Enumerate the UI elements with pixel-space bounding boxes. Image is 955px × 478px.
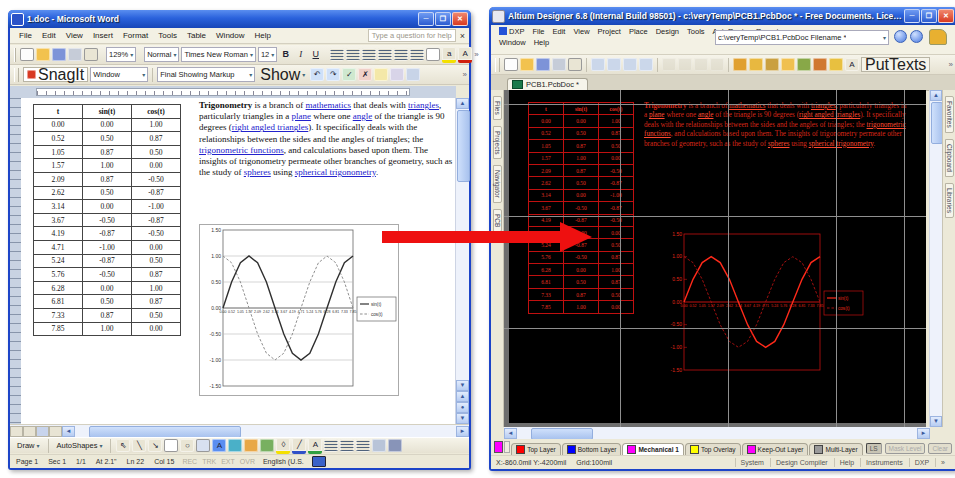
hyperlink[interactable]: spheres: [768, 140, 790, 148]
font-size-combo[interactable]: 12▾: [258, 47, 277, 62]
3d-style-icon[interactable]: [388, 439, 402, 452]
back-icon[interactable]: [894, 30, 907, 43]
menu-tools[interactable]: Tools: [153, 30, 182, 41]
close-document-icon[interactable]: ×: [460, 31, 465, 41]
font-color-icon[interactable]: A: [308, 438, 322, 454]
panel-tab-clipboard[interactable]: Clipboard: [945, 139, 954, 177]
menu-file[interactable]: File: [528, 26, 548, 37]
hyperlink[interactable]: mathematics: [306, 100, 351, 110]
menu-project[interactable]: Project: [594, 26, 625, 37]
word-titlebar[interactable]: 1.doc - Microsoft Word ─ ❐ ✕: [8, 10, 471, 28]
font-color-icon[interactable]: A: [458, 47, 472, 63]
close-button[interactable]: ✕: [938, 9, 954, 23]
place-string-icon[interactable]: A: [845, 58, 859, 71]
menu-help[interactable]: Help: [530, 37, 553, 48]
menu-edit[interactable]: Edit: [37, 30, 61, 41]
shadow-style-icon[interactable]: [372, 439, 386, 452]
save-icon[interactable]: [536, 58, 550, 71]
line-color-icon[interactable]: ╱: [292, 438, 306, 454]
scroll-up-icon[interactable]: ▲: [930, 90, 942, 101]
open-folder-icon[interactable]: [36, 48, 50, 61]
snagit-button[interactable]: SnagIt: [23, 67, 88, 82]
status-button-help[interactable]: Help: [834, 458, 859, 467]
print-icon[interactable]: [552, 58, 566, 71]
hyperlink[interactable]: trigonometric functions: [199, 145, 284, 155]
menu-dxp[interactable]: DXP: [495, 26, 528, 37]
place-polygon-icon[interactable]: [813, 58, 827, 71]
toolbar-overflow-chevron[interactable]: »: [474, 50, 478, 59]
fill-color-icon[interactable]: ◊: [276, 438, 290, 454]
bold-button[interactable]: B: [279, 48, 292, 61]
minimize-button[interactable]: ─: [904, 9, 920, 23]
print-icon[interactable]: [68, 48, 82, 61]
menu-tools[interactable]: Tools: [683, 26, 709, 37]
font-combo[interactable]: Times New Roman▾: [181, 47, 256, 62]
numbered-list-icon[interactable]: [410, 48, 424, 61]
select-objects-icon[interactable]: ⇖: [116, 439, 130, 452]
panel-tab-navigator[interactable]: Navigator: [493, 165, 502, 203]
hyperlink[interactable]: right angled triangles: [232, 122, 308, 132]
clear-button[interactable]: Clear: [928, 443, 952, 454]
dxp-customize-icon[interactable]: [929, 29, 947, 45]
status-button-instruments[interactable]: Instruments: [860, 458, 908, 467]
mask-level-button[interactable]: Mask Level: [885, 443, 926, 454]
forward-icon[interactable]: [910, 30, 923, 43]
scroll-down-icon[interactable]: ▼: [930, 416, 942, 427]
menu-design[interactable]: Design: [652, 26, 683, 37]
panel-tab-files[interactable]: Files: [493, 96, 502, 120]
place-via-icon[interactable]: [765, 58, 779, 71]
pcb-canvas[interactable]: tsin(t)cos(t)0.000.001.000.520.500.871.0…: [504, 90, 926, 427]
status-toggle-rec[interactable]: REC: [182, 458, 197, 465]
draw-menu-button[interactable]: Draw▾: [14, 439, 43, 452]
scroll-left-icon[interactable]: ◄: [62, 426, 75, 437]
hyperlink[interactable]: triangles: [408, 100, 439, 110]
text-box-icon[interactable]: [196, 439, 210, 452]
ls-button[interactable]: LS: [866, 443, 882, 454]
layer-tab-top-overlay[interactable]: Top Overlay: [685, 443, 741, 455]
print-layout-view-button[interactable]: [36, 426, 49, 437]
word-chart[interactable]: 1.501.000.500.00-0.50-1.00-1.500.000.521…: [199, 224, 399, 396]
menu-file[interactable]: File: [14, 30, 37, 41]
status-toggle-trk[interactable]: TRK: [202, 458, 216, 465]
layer-color-button[interactable]: [504, 441, 510, 453]
fit-board-icon[interactable]: [607, 58, 621, 71]
diagram-icon[interactable]: [228, 439, 242, 452]
menu-place[interactable]: Place: [625, 26, 652, 37]
filter-icon[interactable]: [623, 58, 637, 71]
undo-icon[interactable]: [710, 58, 724, 71]
maximize-button[interactable]: ❐: [921, 9, 937, 23]
toolbar-overflow-chevron[interactable]: »: [949, 60, 953, 69]
reviewing-pane-icon[interactable]: [406, 68, 420, 81]
place-fill-icon[interactable]: [797, 58, 811, 71]
dash-style-icon[interactable]: [340, 439, 354, 452]
menu-view[interactable]: View: [569, 26, 593, 37]
align-center-icon[interactable]: [346, 48, 360, 61]
style-combo[interactable]: Normal▾: [144, 47, 179, 62]
picture-icon[interactable]: [260, 439, 274, 452]
save-icon[interactable]: [52, 48, 66, 61]
autoshapes-menu-button[interactable]: AutoShapes▾: [54, 439, 106, 452]
menu-view[interactable]: View: [61, 30, 88, 41]
word-vertical-scrollbar[interactable]: ▲ ▼ ▲ ● ▼: [455, 98, 469, 424]
menu-edit[interactable]: Edit: [549, 26, 570, 37]
current-layer-color-swatch[interactable]: [494, 441, 503, 453]
rectangle-icon[interactable]: [164, 439, 178, 452]
status-button-design-compiler[interactable]: Design Compiler: [770, 458, 833, 467]
minimize-button[interactable]: ─: [418, 12, 434, 26]
layer-tab-multi-layer[interactable]: Multi-Layer: [809, 443, 862, 455]
layer-tab-bottom-layer[interactable]: Bottom Layer: [562, 443, 622, 455]
menu-insert[interactable]: Insert: [88, 30, 118, 41]
panel-tab-projects[interactable]: Projects: [493, 126, 502, 159]
align-right-icon[interactable]: [362, 48, 376, 61]
accept-change-icon[interactable]: ✓: [342, 68, 356, 81]
puttexts-button[interactable]: PutTexts: [861, 57, 930, 72]
ask-a-question-box[interactable]: Type a question for help: [368, 29, 456, 42]
status-button-dxp[interactable]: DXP: [909, 458, 934, 467]
layer-tab-top-layer[interactable]: Top Layer: [511, 443, 561, 455]
scroll-left-icon[interactable]: ◄: [504, 428, 517, 439]
place-line-icon[interactable]: [733, 58, 747, 71]
snagit-window-combo[interactable]: Window▾: [90, 67, 148, 82]
toolbar-grip[interactable]: [495, 58, 500, 72]
hyperlink[interactable]: angle: [698, 111, 714, 119]
hyperlink[interactable]: right angled triangles: [799, 111, 860, 119]
